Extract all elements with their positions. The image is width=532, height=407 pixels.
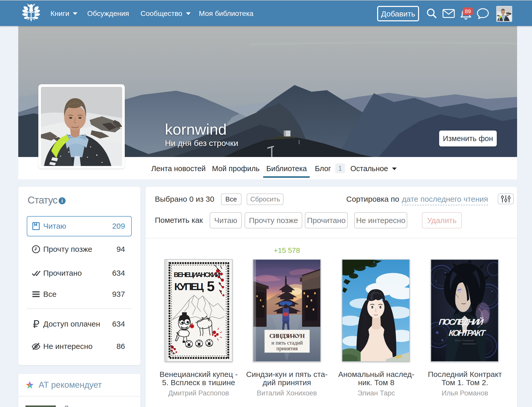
svg-text:ВЕНЕЦИАНСКИЙ: ВЕНЕЦИАНСКИЙ [174,271,220,279]
svg-text:5: 5 [207,278,215,294]
svg-text:КУПЕЦ: КУПЕЦ [174,281,203,292]
svg-text:ПОСЛЕДНИЙ: ПОСЛЕДНИЙ [438,317,484,327]
svg-text:и пять стадий: и пять стадий [271,340,303,346]
svg-text:СИНДЗИ-КУН: СИНДЗИ-КУН [269,332,305,339]
svg-text:КОНТРАКТ: КОНТРАКТ [448,328,487,338]
svg-text:принятия: принятия [277,346,298,351]
svg-text:Илья Романов: Илья Романов [455,339,474,342]
